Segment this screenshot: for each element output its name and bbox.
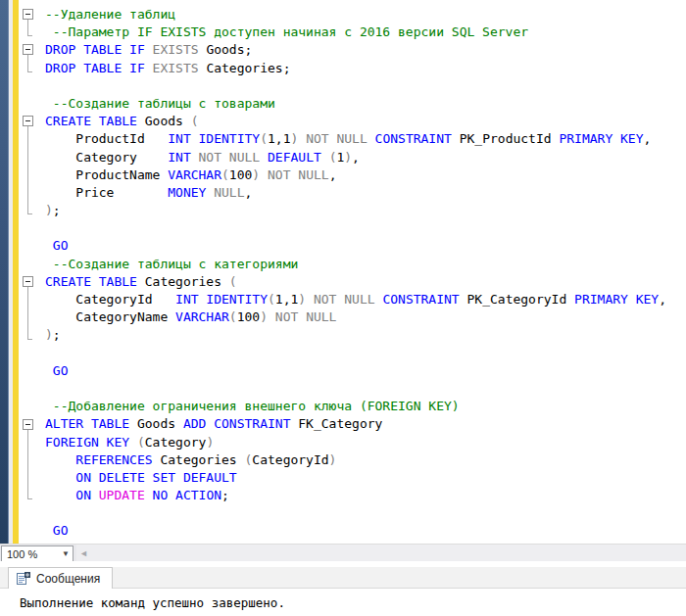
code-line[interactable]: Price MONEY NULL, [45, 184, 686, 202]
sql-editor[interactable]: --Удаление таблиц --Параметр IF EXISTS д… [0, 0, 686, 544]
code-line[interactable]: CategoryName VARCHAR(100) NOT NULL [45, 308, 686, 326]
zoom-level-value: 100 % [2, 548, 59, 560]
tab-messages-label: Сообщения [36, 572, 100, 586]
code-line[interactable]: ON UPDATE NO ACTION; [45, 487, 686, 504]
code-line[interactable]: --Создание таблицы с товарами [45, 95, 686, 113]
editor-bottom-bar: 100 % ▼ ◄ [0, 544, 686, 561]
ssms-window: --Удаление таблиц --Параметр IF EXISTS д… [0, 0, 686, 616]
fold-collapse-button[interactable] [23, 44, 33, 55]
code-line[interactable] [45, 504, 686, 522]
code-line[interactable]: CREATE TABLE Categories ( [45, 273, 686, 291]
code-line[interactable]: --Параметр IF EXISTS доступен начиная с … [45, 24, 686, 41]
fold-region-line [27, 430, 28, 499]
code-line[interactable]: ProductId INT IDENTITY(1,1) NOT NULL CON… [45, 130, 686, 148]
messages-panel: Сообщения Выполнение команд успешно заве… [0, 567, 686, 616]
code-line[interactable]: ProductName VARCHAR(100) NOT NULL, [45, 166, 686, 184]
fold-collapse-button[interactable] [23, 9, 33, 20]
code-line[interactable]: --Создание таблицы с категориями [45, 256, 686, 273]
scroll-left-icon[interactable]: ◄ [76, 548, 88, 558]
code-line[interactable]: CategoryId INT IDENTITY(1,1) NOT NULL CO… [45, 291, 686, 308]
horizontal-scrollbar[interactable]: ◄ [76, 545, 686, 562]
code-line[interactable]: ); [45, 326, 686, 344]
code-line[interactable]: GO [45, 362, 686, 380]
fold-collapse-button[interactable] [23, 419, 33, 430]
code-line[interactable]: GO [45, 237, 686, 255]
code-line[interactable] [45, 77, 686, 95]
fold-region-end-tick [27, 213, 32, 214]
tab-messages[interactable]: Сообщения [8, 567, 113, 589]
fold-region-line [27, 126, 28, 213]
message-text: Выполнение команд успешно завершено. [20, 595, 686, 610]
fold-region-line [27, 20, 28, 35]
fold-region-line [27, 55, 28, 71]
fold-collapse-button[interactable] [23, 276, 33, 287]
fold-collapse-button[interactable] [23, 116, 33, 126]
code-line[interactable]: DROP TABLE IF EXISTS Categories; [45, 60, 686, 77]
code-line[interactable]: FOREIGN KEY (Category) [45, 434, 686, 451]
code-area[interactable]: --Удаление таблиц --Параметр IF EXISTS д… [0, 0, 686, 544]
code-line[interactable]: GO [45, 522, 686, 540]
code-line[interactable]: CREATE TABLE Goods ( [45, 113, 686, 130]
code-line[interactable]: ALTER TABLE Goods ADD CONSTRAINT FK_Cate… [45, 415, 686, 433]
messages-output[interactable]: Выполнение команд успешно завершено. [0, 589, 686, 616]
zoom-level-select[interactable]: 100 % ▼ [1, 545, 74, 562]
code-line[interactable]: ON DELETE SET DEFAULT [45, 469, 686, 487]
fold-region-line [27, 287, 28, 339]
messages-icon [17, 572, 30, 585]
fold-region-end-tick [27, 339, 32, 340]
code-line[interactable] [45, 345, 686, 362]
code-line[interactable]: --Удаление таблиц [45, 6, 686, 24]
results-tab-bar: Сообщения [0, 567, 686, 589]
code-line[interactable]: Category INT NOT NULL DEFAULT (1), [45, 149, 686, 166]
code-line[interactable]: DROP TABLE IF EXISTS Goods; [45, 41, 686, 59]
code-line[interactable]: --Добавление ограничения внешнего ключа … [45, 398, 686, 415]
outline-gutter[interactable] [0, 0, 43, 544]
code-line[interactable]: REFERENCES Categories (CategoryId) [45, 451, 686, 469]
fold-region-end-tick [27, 71, 32, 72]
code-line[interactable]: ); [45, 202, 686, 219]
fold-region-end-tick [27, 35, 32, 36]
code-line[interactable] [45, 219, 686, 237]
chevron-down-icon[interactable]: ▼ [59, 549, 73, 558]
code-line[interactable] [45, 380, 686, 398]
fold-region-end-tick [27, 498, 32, 499]
